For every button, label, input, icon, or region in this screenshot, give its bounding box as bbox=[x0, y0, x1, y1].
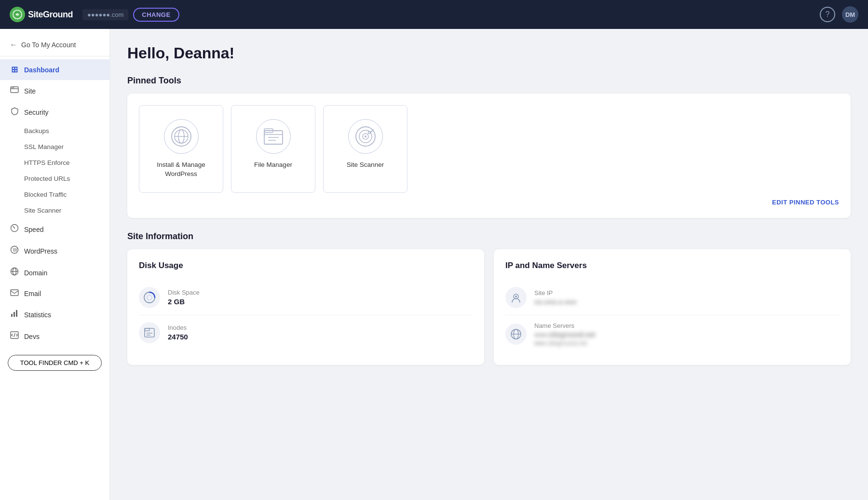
sidebar-label-dashboard: Dashboard bbox=[24, 66, 59, 74]
disk-usage-card: Disk Usage Disk Space 2 GB bbox=[127, 249, 484, 365]
inodes-value: 24750 bbox=[168, 333, 188, 341]
wordpress-icon: W bbox=[10, 245, 19, 257]
change-site-button[interactable]: CHANGE bbox=[133, 8, 179, 22]
ns1-value: ●●●.siteground.net bbox=[534, 331, 595, 338]
edit-pinned-tools: EDIT PINNED TOOLS bbox=[139, 198, 839, 206]
security-icon bbox=[10, 107, 19, 118]
inodes-info: Inodes 24750 bbox=[168, 324, 188, 341]
protected-urls-label: Protected URLs bbox=[24, 175, 70, 182]
sidebar-label-domain: Domain bbox=[24, 269, 47, 277]
svg-point-3 bbox=[12, 87, 13, 88]
user-avatar-button[interactable]: DM bbox=[842, 6, 858, 23]
sidebar-item-email[interactable]: Email bbox=[0, 284, 109, 304]
svg-rect-13 bbox=[11, 314, 13, 317]
site-icon bbox=[10, 85, 19, 96]
sidebar-item-blocked-traffic[interactable]: Blocked Traffic bbox=[0, 187, 109, 203]
pinned-tools-grid: Install & Manage WordPress File Manager bbox=[139, 105, 839, 193]
sidebar-item-backups[interactable]: Backups bbox=[0, 123, 109, 139]
sidebar-label-statistics: Statistics bbox=[24, 311, 51, 319]
top-navigation: SiteGround ●●●●●●.com CHANGE ? DM bbox=[0, 0, 868, 29]
tool-card-site-scanner[interactable]: Site Scanner bbox=[323, 105, 407, 193]
sidebar: ← Go To My Account ⊞ Dashboard Site bbox=[0, 29, 110, 500]
go-to-account-link[interactable]: ← Go To My Account bbox=[0, 34, 109, 56]
name-servers-row: Name Servers ●●●.siteground.net ●●●.site… bbox=[505, 315, 839, 353]
ip-servers-card: IP and Name Servers Site IP ●●.●●●.●.●●● bbox=[494, 249, 851, 365]
site-ip-icon bbox=[505, 287, 527, 308]
install-wp-label: Install & Manage WordPress bbox=[147, 161, 215, 179]
topnav-right: ? DM bbox=[820, 6, 858, 23]
logo-text: SiteGround bbox=[28, 10, 73, 20]
svg-point-40 bbox=[515, 296, 517, 297]
disk-space-icon bbox=[139, 287, 160, 308]
sidebar-item-site[interactable]: Site bbox=[0, 80, 109, 102]
tool-finder-button[interactable]: TOOL FINDER CMD + K bbox=[8, 355, 102, 371]
inodes-icon bbox=[139, 322, 160, 343]
svg-point-6 bbox=[14, 228, 15, 229]
inodes-label: Inodes bbox=[168, 324, 188, 331]
svg-text:W: W bbox=[13, 247, 18, 253]
sidebar-label-site: Site bbox=[24, 87, 36, 95]
page-layout: ← Go To My Account ⊞ Dashboard Site bbox=[0, 0, 868, 500]
site-scanner-sub-label: Site Scanner bbox=[24, 207, 61, 214]
statistics-icon bbox=[10, 309, 19, 320]
site-info-grid: Disk Usage Disk Space 2 GB bbox=[127, 249, 851, 365]
domain-icon bbox=[10, 267, 19, 278]
sidebar-label-speed: Speed bbox=[24, 226, 43, 233]
devs-icon bbox=[10, 331, 19, 342]
main-content: Hello, Deanna! Pinned Tools Install & Ma… bbox=[110, 29, 868, 500]
sidebar-item-security[interactable]: Security bbox=[0, 102, 109, 123]
sidebar-item-statistics[interactable]: Statistics bbox=[0, 304, 109, 325]
install-wp-icon bbox=[164, 119, 199, 154]
file-manager-icon bbox=[256, 119, 291, 154]
site-ip-row: Site IP ●●.●●●.●.●●● bbox=[505, 280, 839, 315]
sidebar-item-devs[interactable]: Devs bbox=[0, 325, 109, 347]
back-label: Go To My Account bbox=[21, 41, 76, 49]
sidebar-item-protected-urls[interactable]: Protected URLs bbox=[0, 171, 109, 187]
name-servers-label: Name Servers bbox=[534, 322, 595, 329]
site-domain: ●●●●●●.com bbox=[82, 9, 128, 20]
sidebar-item-wordpress[interactable]: W WordPress bbox=[0, 240, 109, 262]
pinned-tools-card: Install & Manage WordPress File Manager bbox=[127, 94, 851, 218]
site-scanner-label: Site Scanner bbox=[347, 161, 384, 170]
blocked-traffic-label: Blocked Traffic bbox=[24, 191, 67, 198]
inodes-row: Inodes 24750 bbox=[139, 315, 473, 350]
page-title: Hello, Deanna! bbox=[127, 44, 851, 62]
email-icon bbox=[10, 289, 19, 298]
sidebar-label-devs: Devs bbox=[24, 333, 40, 340]
sidebar-item-site-scanner[interactable]: Site Scanner bbox=[0, 203, 109, 218]
https-label: HTTPS Enforce bbox=[24, 159, 70, 166]
svg-point-31 bbox=[365, 135, 366, 137]
back-arrow-icon: ← bbox=[10, 41, 17, 49]
ip-servers-title: IP and Name Servers bbox=[505, 261, 839, 270]
name-servers-icon bbox=[505, 324, 527, 345]
svg-rect-14 bbox=[14, 312, 15, 317]
disk-usage-title: Disk Usage bbox=[139, 261, 473, 270]
svg-point-4 bbox=[13, 87, 14, 88]
edit-pinned-tools-link[interactable]: EDIT PINNED TOOLS bbox=[772, 199, 839, 206]
tool-card-install-wp[interactable]: Install & Manage WordPress bbox=[139, 105, 223, 193]
name-servers-info: Name Servers ●●●.siteground.net ●●●.site… bbox=[534, 322, 595, 347]
sidebar-item-domain[interactable]: Domain bbox=[0, 262, 109, 284]
disk-space-label: Disk Space bbox=[168, 289, 200, 296]
sidebar-label-email: Email bbox=[24, 290, 41, 297]
sidebar-item-https-enforce[interactable]: HTTPS Enforce bbox=[0, 155, 109, 171]
file-manager-label: File Manager bbox=[254, 161, 292, 170]
sidebar-item-ssl-manager[interactable]: SSL Manager bbox=[0, 139, 109, 155]
svg-line-17 bbox=[14, 334, 15, 337]
svg-rect-12 bbox=[11, 290, 18, 296]
logo: SiteGround bbox=[10, 7, 73, 22]
sidebar-item-speed[interactable]: Speed bbox=[0, 218, 109, 240]
site-ip-info: Site IP ●●.●●●.●.●●● bbox=[534, 289, 577, 306]
disk-space-row: Disk Space 2 GB bbox=[139, 280, 473, 315]
pinned-tools-title: Pinned Tools bbox=[127, 76, 851, 86]
help-button[interactable]: ? bbox=[820, 7, 835, 22]
site-ip-label: Site IP bbox=[534, 289, 577, 297]
disk-space-info: Disk Space 2 GB bbox=[168, 289, 200, 306]
ssl-label: SSL Manager bbox=[24, 143, 64, 150]
logo-icon bbox=[10, 7, 25, 22]
ns2-value: ●●●.siteground.net bbox=[534, 339, 595, 347]
sidebar-label-wordpress: WordPress bbox=[24, 247, 57, 255]
tool-card-file-manager[interactable]: File Manager bbox=[231, 105, 315, 193]
site-ip-value: ●●.●●●.●.●●● bbox=[534, 298, 577, 306]
sidebar-item-dashboard[interactable]: ⊞ Dashboard bbox=[0, 59, 109, 80]
